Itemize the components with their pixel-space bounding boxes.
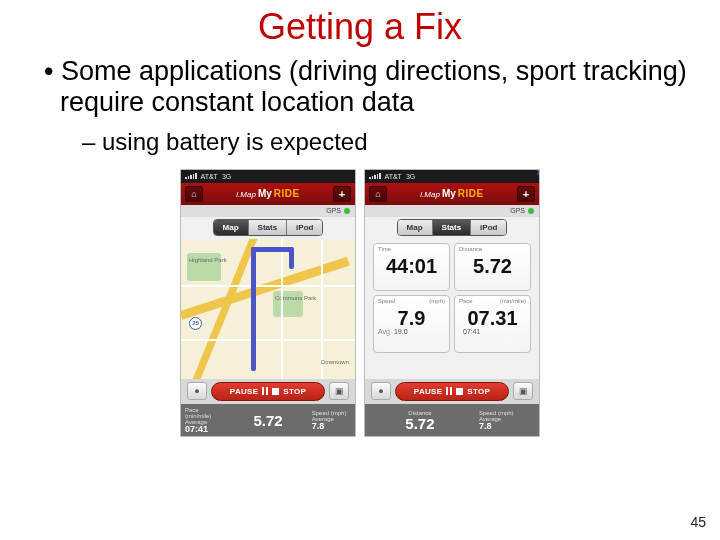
pause-icon	[446, 387, 452, 395]
title-bar: ⌂ i.MapMyRIDE +	[181, 183, 355, 205]
footer-speed-avg: 7.8	[479, 422, 492, 431]
route-shield-icon: 25	[189, 317, 202, 330]
footer-distance: 5.72	[228, 404, 307, 437]
mic-button[interactable]: ●	[187, 382, 207, 400]
carrier-label: AT&T	[201, 173, 218, 180]
network-label: 3G	[222, 173, 231, 180]
stat-time-label: Time	[378, 246, 391, 252]
gps-row: GPS	[181, 205, 355, 217]
stop-icon	[272, 388, 279, 395]
stat-speed-label: Speed	[378, 298, 395, 304]
stat-speed-avg-label: Avg	[378, 328, 394, 335]
stat-speed-unit: (mph)	[429, 298, 445, 304]
stop-label: STOP	[283, 387, 306, 396]
status-bar: AT&T 3G	[365, 170, 539, 183]
pause-stop-button[interactable]: PAUSE STOP	[211, 382, 325, 401]
gps-label: GPS	[326, 207, 341, 214]
stat-time-value: 44:01	[378, 256, 445, 276]
pause-label: PAUSE	[230, 387, 258, 396]
stat-pace-value: 07.31	[459, 308, 526, 328]
title-bar: ⌂ i.MapMyRIDE +	[365, 183, 539, 205]
footer-stats: Pace (min/mile) Average 07:41 5.72 Speed…	[181, 404, 355, 437]
slide-title: Getting a Fix	[28, 6, 692, 48]
footer-distance-value: 5.72	[405, 416, 434, 431]
map-label-highland: Highland Park	[189, 257, 227, 263]
footer-pace-avg: 07:41	[185, 425, 208, 434]
signal-bars-icon	[369, 173, 381, 179]
network-label: 3G	[406, 173, 415, 180]
map-label-downtown: Downtown	[321, 359, 349, 365]
stat-speed: Speed(mph) 7.9 Avg19.0	[373, 295, 450, 353]
tab-map[interactable]: Map	[398, 220, 433, 235]
stat-pace-label: Pace	[459, 298, 473, 304]
camera-button[interactable]: ▣	[513, 382, 533, 400]
camera-button[interactable]: ▣	[329, 382, 349, 400]
stat-distance-value: 5.72	[459, 256, 526, 276]
screenshot-row: AT&T 3G ⌂ i.MapMyRIDE + GPS Map Stats iP…	[28, 169, 692, 437]
home-button[interactable]: ⌂	[369, 186, 387, 202]
home-icon: ⌂	[191, 189, 196, 199]
stats-body: Time 44:01 Distance 5.72 Speed(mph) 7.9 …	[365, 239, 539, 379]
gps-dot-icon	[344, 208, 350, 214]
footer-speed-avg: 7.8	[312, 422, 325, 431]
camera-icon: ▣	[335, 386, 344, 396]
gps-label: GPS	[510, 207, 525, 214]
segment-bar: Map Stats iPod	[181, 217, 355, 239]
app-imap-text: i.Map	[236, 190, 256, 199]
app-my-text: My	[442, 188, 456, 199]
stat-pace-unit: (min/mile)	[500, 298, 526, 304]
slide: Getting a Fix Some applications (driving…	[0, 0, 720, 540]
map-canvas[interactable]: Highland Park Commons Park 25 Downtown	[181, 239, 355, 379]
footer-pace-label: Pace (min/mile)	[185, 407, 224, 419]
stop-icon	[456, 388, 463, 395]
segment-bar: Map Stats iPod	[365, 217, 539, 239]
signal-bars-icon	[185, 173, 197, 179]
stat-pace: Pace(min/mile) 07.31 07:41	[454, 295, 531, 353]
mic-icon: ●	[194, 386, 199, 396]
close-icon[interactable]: ×	[537, 169, 540, 178]
subbullet-body: using battery is expected	[80, 128, 692, 157]
route-line	[251, 247, 256, 371]
app-ride-text: RIDE	[274, 188, 300, 199]
footer-pace: Pace (min/mile) Average 07:41	[181, 404, 228, 437]
tab-stats[interactable]: Stats	[433, 220, 472, 235]
app-my-text: My	[258, 188, 272, 199]
pause-icon	[262, 387, 268, 395]
stat-distance: Distance 5.72	[454, 243, 531, 291]
stop-label: STOP	[467, 387, 490, 396]
phone-stats-view: × AT&T 3G ⌂ i.MapMyRIDE + GPS Map St	[364, 169, 540, 437]
stat-speed-value: 7.9	[378, 308, 445, 328]
footer-speed: Speed (mph) Average 7.8	[308, 404, 355, 437]
stat-distance-label: Distance	[459, 246, 482, 252]
footer-distance: Distance 5.72	[365, 404, 475, 437]
app-logo: i.MapMyRIDE	[236, 188, 299, 199]
stat-pace-avg: 07:41	[463, 328, 481, 335]
tab-ipod[interactable]: iPod	[471, 220, 506, 235]
tab-stats[interactable]: Stats	[249, 220, 288, 235]
app-logo: i.MapMyRIDE	[420, 188, 483, 199]
footer-stats: Distance 5.72 Speed (mph) Average 7.8	[365, 404, 539, 437]
footer-distance-value: 5.72	[253, 413, 282, 428]
add-button[interactable]: +	[517, 186, 535, 202]
mic-button[interactable]: ●	[371, 382, 391, 400]
plus-icon: +	[339, 188, 345, 200]
phone-map-view: AT&T 3G ⌂ i.MapMyRIDE + GPS Map Stats iP…	[180, 169, 356, 437]
status-bar: AT&T 3G	[181, 170, 355, 183]
mic-icon: ●	[378, 386, 383, 396]
app-ride-text: RIDE	[458, 188, 484, 199]
tab-map[interactable]: Map	[214, 220, 249, 235]
pause-stop-button[interactable]: PAUSE STOP	[395, 382, 509, 401]
carrier-label: AT&T	[385, 173, 402, 180]
control-bar: ● PAUSE STOP ▣	[365, 379, 539, 404]
app-imap-text: i.Map	[420, 190, 440, 199]
tab-ipod[interactable]: iPod	[287, 220, 322, 235]
home-button[interactable]: ⌂	[185, 186, 203, 202]
bullet-body: Some applications (driving directions, s…	[42, 56, 692, 118]
add-button[interactable]: +	[333, 186, 351, 202]
pause-label: PAUSE	[414, 387, 442, 396]
camera-icon: ▣	[519, 386, 528, 396]
gps-row: GPS	[365, 205, 539, 217]
control-bar: ● PAUSE STOP ▣	[181, 379, 355, 404]
gps-dot-icon	[528, 208, 534, 214]
stat-time: Time 44:01	[373, 243, 450, 291]
